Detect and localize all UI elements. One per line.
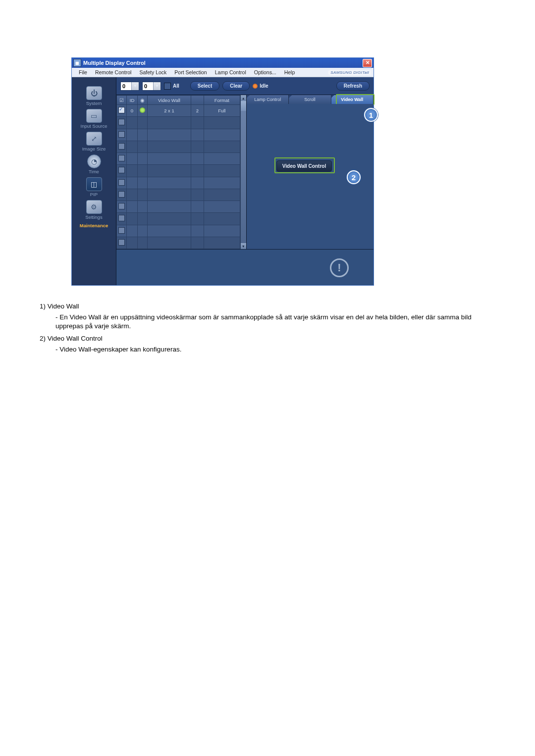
menu-bar: File Remote Control Safety Lock Port Sel… [72, 68, 374, 77]
menu-file[interactable]: File [75, 69, 91, 75]
tab-scroll[interactable]: Scroll [289, 95, 331, 104]
table-row[interactable] [117, 189, 240, 201]
status-dot-icon [140, 107, 145, 113]
table-row[interactable] [117, 117, 240, 129]
scroll-up-icon[interactable]: ▲ [241, 95, 246, 101]
content-row: ☑ ID ◉ Video Wall Format [116, 95, 374, 249]
row-check-icon[interactable] [118, 131, 125, 138]
sidebar-item-settings[interactable]: ⚙ Settings [74, 200, 114, 220]
table-row[interactable] [117, 213, 240, 225]
menu-port-selection[interactable]: Port Selection [170, 69, 211, 75]
doc-item2-body: - Video Wall-egenskaper kan konfigureras… [40, 345, 495, 354]
document-text: 1) Video Wall - En Video Wall är en upps… [40, 302, 495, 354]
row-check-icon[interactable] [118, 143, 125, 150]
app-body: ⏻ System ▭ Input Source ⤢ Image Size ◔ T… [72, 77, 374, 285]
callout-1: 1 [364, 108, 378, 122]
row-check-icon[interactable] [118, 239, 125, 246]
table-scrollbar[interactable]: ▲ ▼ [240, 95, 246, 249]
input-source-icon: ▭ [86, 109, 102, 123]
sidebar-item-maintenance[interactable]: Maintenance [74, 223, 114, 228]
row-check-icon[interactable] [118, 119, 125, 125]
menu-remote-control[interactable]: Remote Control [91, 69, 136, 75]
sidebar-item-label: PIP [90, 192, 98, 197]
doc-item1-title: 1) Video Wall [40, 302, 495, 311]
row-id: 0 [127, 105, 138, 117]
tab-lamp-control[interactable]: Lamp Control [247, 95, 289, 104]
col-id[interactable]: ID [127, 96, 138, 105]
table-row[interactable] [117, 237, 240, 249]
menu-help[interactable]: Help [280, 69, 299, 75]
table-row[interactable] [117, 129, 240, 141]
col-divider[interactable] [191, 96, 204, 105]
main-area: 0 ▼ 0 ▼ All Select Clear [116, 77, 374, 285]
col-format[interactable]: Format [204, 96, 240, 105]
sidebar-item-time[interactable]: ◔ Time [74, 154, 114, 174]
sidebar-item-label: Time [89, 169, 99, 174]
power-icon: ⏻ [86, 86, 102, 100]
idle-dot-icon [253, 84, 258, 89]
table-row[interactable] [117, 177, 240, 189]
table-row[interactable] [117, 201, 240, 213]
callout-number: 2 [352, 173, 356, 182]
clear-label: Clear [230, 83, 242, 89]
row-check-icon[interactable] [118, 107, 125, 113]
scroll-thumb[interactable] [241, 101, 246, 111]
scroll-track[interactable] [241, 111, 246, 243]
chevron-down-icon[interactable]: ▼ [131, 82, 139, 90]
table-row[interactable] [117, 153, 240, 165]
row-check-icon[interactable] [118, 191, 125, 198]
all-checkbox[interactable]: All [164, 83, 179, 90]
end-id-stepper[interactable]: 0 ▼ [142, 82, 161, 91]
clear-button[interactable]: Clear [222, 81, 250, 91]
row-check-icon[interactable] [118, 227, 125, 234]
table-row[interactable] [117, 165, 240, 177]
callout-2: 2 [347, 170, 361, 184]
scroll-down-icon[interactable]: ▼ [241, 243, 246, 249]
image-size-icon: ⤢ [86, 132, 102, 146]
table-row[interactable] [117, 225, 240, 237]
all-label: All [173, 83, 179, 89]
sidebar-item-system[interactable]: ⏻ System [74, 86, 114, 106]
row-check-icon[interactable] [118, 179, 125, 186]
sidebar-item-image-size[interactable]: ⤢ Image Size [74, 132, 114, 151]
row-check-icon[interactable] [118, 167, 125, 173]
refresh-label: Refresh [344, 83, 362, 89]
tab-label: Lamp Control [254, 97, 281, 102]
menu-lamp-control[interactable]: Lamp Control [211, 69, 250, 75]
table-row[interactable]: 0 2 x 1 2 Full [117, 105, 240, 117]
chevron-down-icon[interactable]: ▼ [153, 82, 160, 90]
checkbox-icon [164, 83, 171, 90]
refresh-button[interactable]: Refresh [336, 81, 370, 91]
window-title: Multiple Display Control [83, 60, 363, 66]
col-video-wall[interactable]: Video Wall [148, 96, 191, 105]
sidebar-item-label: Input Source [81, 123, 107, 129]
idle-label: Idle [260, 83, 268, 89]
sidebar-item-label: Image Size [82, 146, 106, 151]
sidebar-item-label: System [86, 101, 102, 106]
col-check[interactable]: ☑ [117, 96, 127, 105]
end-id-value: 0 [143, 82, 153, 90]
title-bar: ▦ Multiple Display Control ✕ [72, 58, 374, 68]
settings-icon: ⚙ [86, 200, 102, 214]
row-check-icon[interactable] [118, 203, 125, 209]
col-status[interactable]: ◉ [138, 96, 148, 105]
menu-options[interactable]: Options... [250, 69, 280, 75]
sidebar-item-input-source[interactable]: ▭ Input Source [74, 109, 114, 129]
select-label: Select [198, 83, 212, 89]
pip-icon: ◫ [86, 177, 102, 191]
sidebar-item-label: Settings [85, 214, 102, 220]
start-id-value: 0 [121, 82, 131, 90]
row-check-icon[interactable] [118, 215, 125, 221]
menu-safety-lock[interactable]: Safety Lock [135, 69, 170, 75]
row-format: Full [204, 105, 240, 117]
tab-label: Scroll [304, 97, 316, 102]
highlight-tab [336, 94, 374, 105]
sidebar-item-pip[interactable]: ◫ PIP [74, 177, 114, 197]
close-icon[interactable]: ✕ [363, 59, 372, 67]
row-check-icon[interactable] [118, 155, 125, 161]
start-id-stepper[interactable]: 0 ▼ [120, 82, 139, 91]
table-row[interactable] [117, 141, 240, 152]
row-div: 2 [191, 105, 204, 117]
select-button[interactable]: Select [190, 81, 219, 91]
clock-icon: ◔ [87, 154, 101, 168]
